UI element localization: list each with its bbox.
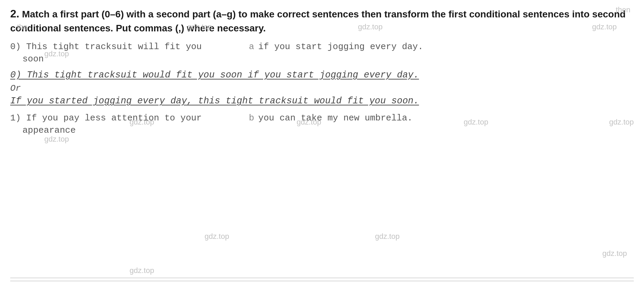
or-label: Or: [10, 83, 634, 93]
watermark-9: gdz.top: [464, 118, 488, 127]
example-answer-1: 0) This tight tracksuit would fit you so…: [10, 68, 634, 82]
page-container: then the gdz.top gdz.top gdz.top gdz.top…: [0, 0, 644, 303]
watermark-5: gdz.top: [592, 23, 617, 31]
watermark-12: gdz.top: [205, 232, 229, 241]
instruction-block: 2. Match a first part (0–6) with a secon…: [10, 6, 634, 35]
watermark-3: gdz.top: [188, 23, 212, 31]
item-1-right: you can take my new umbrella.: [258, 113, 413, 123]
exercise-number: 2.: [10, 8, 19, 20]
item-row-1: 1) If you pay less attention to your byo…: [10, 113, 634, 123]
watermark-then: then: [616, 5, 630, 14]
watermark-10: gdz.top: [609, 118, 634, 127]
watermark-14: gdz.top: [602, 249, 627, 258]
instruction-body: Match a first part (0–6) with a second p…: [10, 9, 626, 33]
item-0-letter: a: [249, 42, 254, 52]
item-row-1-cont: appearance: [10, 125, 634, 135]
item-1-number: 1): [10, 113, 26, 123]
item-1-left-line2: appearance: [23, 125, 76, 135]
item-right-0: aif you start jogging every day.: [249, 42, 634, 52]
item-0-section: 0) This tight tracksuit will fit you aif…: [10, 42, 634, 64]
instruction-text: 2. Match a first part (0–6) with a secon…: [10, 6, 634, 35]
item-row-0-cont: soon: [10, 54, 634, 64]
item-0-left-line2: soon: [23, 54, 44, 64]
watermark-6: gdz.top: [44, 49, 69, 58]
item-row-0: 0) This tight tracksuit will fit you aif…: [10, 42, 634, 52]
item-0-right: if you start jogging every day.: [258, 42, 423, 52]
item-1-letter: b: [249, 113, 254, 123]
divider-line-2: [10, 281, 634, 281]
item-1-left-line1: If you pay less attention to your: [26, 113, 202, 123]
bottom-lines: [10, 274, 634, 283]
watermark-7: gdz.top: [130, 118, 154, 127]
watermark-8: gdz.top: [297, 118, 321, 127]
answers-section: 0) This tight tracksuit would fit you so…: [10, 68, 634, 108]
item-1-section: 1) If you pay less attention to your byo…: [10, 113, 634, 135]
watermark-11: gdz.top: [44, 135, 69, 144]
divider-line-1: [10, 278, 634, 278]
item-0-number: 0): [10, 42, 26, 52]
example-answer-2: If you started jogging every day, this t…: [10, 94, 634, 108]
watermark-4: gdz.top: [358, 23, 383, 31]
watermark-13: gdz.top: [375, 232, 400, 241]
watermark-the: the: [17, 23, 28, 31]
